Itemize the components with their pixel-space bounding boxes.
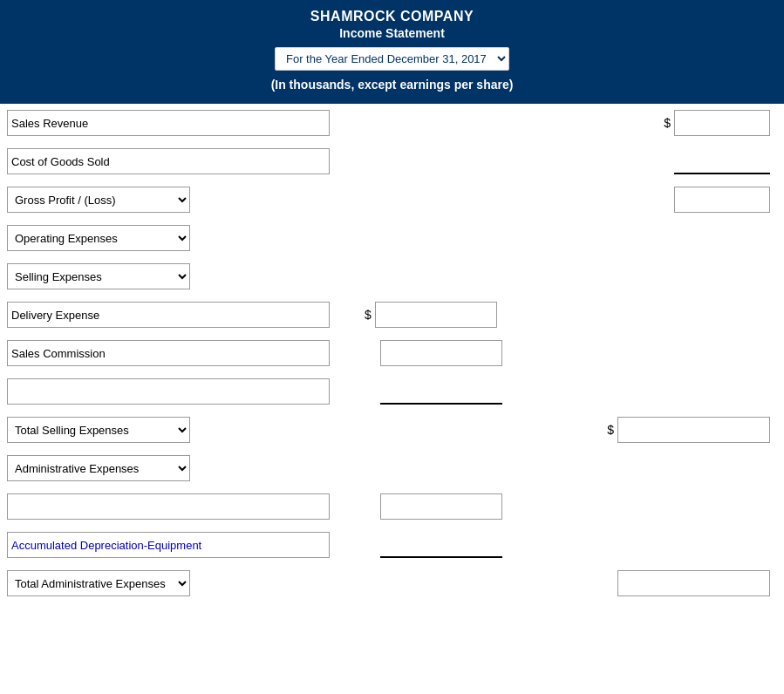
total-selling-label-col: Total Selling Expenses Selling Expenses [7, 417, 190, 443]
commission-label-col [7, 340, 356, 366]
total-admin-value[interactable] [617, 570, 770, 596]
blank-selling-row [0, 372, 784, 411]
sales-commission-value[interactable] [380, 340, 502, 366]
blank-admin-1-label-col [7, 493, 356, 520]
blank-selling-value[interactable] [380, 378, 502, 405]
accum-depreciation-mid [365, 532, 502, 558]
sales-commission-input[interactable] [7, 340, 330, 366]
delivery-expense-input[interactable] [7, 302, 330, 328]
total-selling-right: $ [607, 417, 770, 443]
delivery-mid: $ [365, 302, 497, 328]
admin-expenses-row: Administrative Expenses Total Administra… [0, 449, 784, 487]
operating-expenses-select[interactable]: Operating Expenses Total Operating Expen… [7, 225, 190, 251]
gross-profit-label-col: Gross Profit / (Loss) Gross Profit Gross… [7, 187, 190, 213]
total-selling-value[interactable] [617, 417, 770, 443]
sales-commission-row [0, 334, 784, 372]
admin-expenses-select[interactable]: Administrative Expenses Total Administra… [7, 455, 190, 481]
gross-profit-row: Gross Profit / (Loss) Gross Profit Gross… [0, 180, 784, 219]
page-header: SHAMROCK COMPANY Income Statement For th… [0, 0, 784, 104]
accum-depreciation-input[interactable] [7, 532, 330, 558]
form-content: $ Gross Profit / (Loss) Gross Profit Gro… [0, 104, 784, 602]
period-select[interactable]: For the Year Ended December 31, 2017 For… [275, 47, 509, 71]
delivery-dollar-sign: $ [365, 308, 372, 322]
sales-revenue-right: $ [664, 110, 770, 136]
delivery-label-col [7, 302, 356, 328]
total-admin-row: Total Administrative Expenses Administra… [0, 564, 784, 602]
sales-revenue-label-col [7, 110, 330, 136]
sales-revenue-value[interactable] [674, 110, 770, 136]
blank-admin-row-1 [0, 487, 784, 526]
period-wrapper: For the Year Ended December 31, 2017 For… [0, 47, 784, 71]
accum-depreciation-label-col [7, 532, 356, 558]
cogs-row [0, 142, 784, 180]
operating-expenses-row: Operating Expenses Total Operating Expen… [0, 219, 784, 257]
accum-depreciation-value[interactable] [380, 532, 502, 558]
commission-mid [365, 340, 502, 366]
blank-selling-label-input[interactable] [7, 378, 330, 405]
statement-title: Income Statement [0, 26, 784, 40]
sales-revenue-input[interactable] [7, 110, 330, 136]
cogs-input[interactable] [7, 148, 330, 174]
gross-profit-value[interactable] [674, 187, 770, 213]
blank-selling-label-col [7, 378, 356, 405]
total-admin-right [617, 570, 770, 596]
cogs-label-col [7, 148, 330, 174]
blank-selling-mid [365, 378, 502, 405]
selling-expenses-row: Selling Expenses Total Selling Expenses [0, 257, 784, 296]
gross-profit-right [674, 187, 770, 213]
selling-expenses-select[interactable]: Selling Expenses Total Selling Expenses [7, 263, 190, 289]
blank-admin-1-label-input[interactable] [7, 493, 330, 520]
header-note: (In thousands, except earnings per share… [0, 78, 784, 92]
blank-admin-1-mid [365, 493, 502, 520]
company-name: SHAMROCK COMPANY [0, 9, 784, 24]
delivery-expense-row: $ [0, 296, 784, 334]
accum-depreciation-row [0, 526, 784, 564]
total-admin-label-col: Total Administrative Expenses Administra… [7, 570, 190, 596]
total-selling-select[interactable]: Total Selling Expenses Selling Expenses [7, 417, 190, 443]
cogs-right [674, 148, 770, 174]
sales-revenue-row: $ [0, 104, 784, 142]
delivery-expense-value[interactable] [375, 302, 497, 328]
blank-admin-1-value[interactable] [380, 493, 502, 520]
total-admin-select[interactable]: Total Administrative Expenses Administra… [7, 570, 190, 596]
cogs-value[interactable] [674, 148, 770, 174]
total-selling-dollar-sign: $ [607, 423, 614, 437]
gross-profit-select[interactable]: Gross Profit / (Loss) Gross Profit Gross… [7, 187, 190, 213]
sales-dollar-sign: $ [664, 116, 671, 130]
total-selling-row: Total Selling Expenses Selling Expenses … [0, 411, 784, 449]
